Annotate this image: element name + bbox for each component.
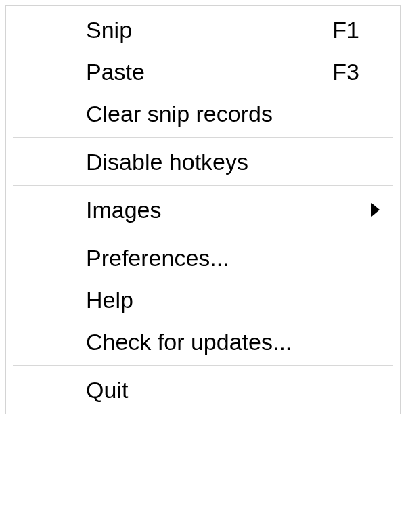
menu-separator: [13, 137, 393, 138]
menu-item-preferences[interactable]: Preferences...: [6, 237, 400, 279]
menu-item-paste[interactable]: Paste F3: [6, 51, 400, 93]
menu-separator: [13, 365, 393, 366]
menu-item-label: Images: [86, 197, 359, 223]
menu-item-clear-snip-records[interactable]: Clear snip records: [6, 93, 400, 135]
menu-item-disable-hotkeys[interactable]: Disable hotkeys: [6, 141, 400, 183]
menu-item-images[interactable]: Images: [6, 189, 400, 231]
menu-item-label: Quit: [86, 377, 359, 403]
menu-item-label: Clear snip records: [86, 101, 359, 127]
menu-item-shortcut: F3: [325, 59, 359, 85]
menu-separator: [13, 234, 393, 234]
menu-item-label: Help: [86, 287, 359, 313]
menu-item-snip[interactable]: Snip F1: [6, 9, 400, 51]
menu-item-label: Snip: [86, 17, 325, 43]
menu-item-quit[interactable]: Quit: [6, 369, 400, 411]
menu-item-check-for-updates[interactable]: Check for updates...: [6, 321, 400, 363]
context-menu: Snip F1 Paste F3 Clear snip records Disa…: [5, 5, 401, 414]
menu-item-label: Disable hotkeys: [86, 149, 359, 175]
menu-item-label: Paste: [86, 59, 325, 85]
menu-item-label: Check for updates...: [86, 329, 359, 355]
menu-item-help[interactable]: Help: [6, 279, 400, 321]
menu-separator: [13, 185, 393, 186]
menu-item-label: Preferences...: [86, 245, 359, 271]
menu-item-shortcut: F1: [325, 17, 359, 43]
submenu-arrow-icon: [371, 203, 380, 217]
